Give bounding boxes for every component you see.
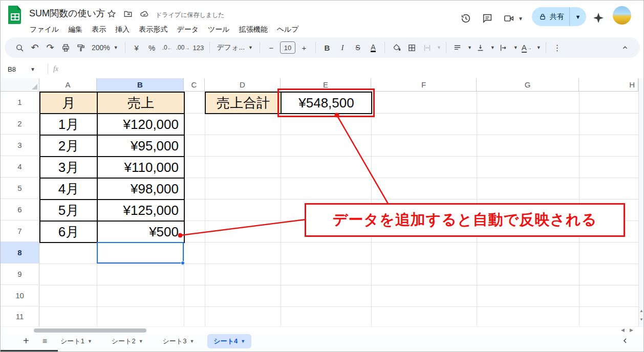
scroll-up-icon[interactable]: ▲ [639, 309, 643, 313]
text-color-button[interactable]: A [367, 41, 380, 54]
cell-A3[interactable]: 2月 [39, 135, 98, 157]
meet-video-icon[interactable] [503, 13, 514, 24]
share-button-main[interactable]: 共有 [532, 7, 570, 26]
menu-edit[interactable]: 編集 [63, 24, 87, 36]
menu-insert[interactable]: 挿入 [111, 24, 134, 36]
row-header-8[interactable]: 8 [1, 242, 39, 263]
scroll-down-icon[interactable]: ▼ [639, 317, 643, 322]
row-header-11[interactable]: 11 [1, 306, 39, 326]
search-icon[interactable] [13, 41, 26, 54]
name-box-caret-icon[interactable]: ▼ [30, 67, 35, 72]
cell-A1[interactable]: 月 [39, 92, 98, 114]
add-sheet-icon[interactable]: + [23, 335, 29, 347]
cell-D1[interactable]: 売上合計 [205, 92, 282, 114]
fill-handle[interactable] [181, 261, 185, 265]
vertical-scrollbar[interactable] [638, 78, 644, 326]
menu-data[interactable]: データ [172, 24, 203, 36]
fill-color-icon[interactable] [390, 41, 403, 54]
cell-B6[interactable]: ¥125,000 [97, 199, 185, 222]
scroll-left-icon[interactable]: ◀ [621, 327, 625, 333]
zoom-control[interactable]: 200% ▼ [90, 43, 120, 52]
menu-help[interactable]: ヘルプ [272, 24, 304, 36]
horizontal-align-icon[interactable] [451, 41, 464, 54]
col-header-B[interactable]: B [97, 78, 184, 92]
paint-format-icon[interactable] [74, 41, 88, 54]
number-format-button[interactable]: 123 [191, 41, 205, 54]
vertical-align-caret-icon[interactable]: ▼ [490, 45, 495, 50]
row-header-2[interactable]: 2 [1, 113, 39, 135]
cell-B1[interactable]: 売上 [97, 92, 185, 114]
increase-font-size-button[interactable]: + [297, 41, 311, 54]
col-header-C[interactable]: C [184, 78, 205, 92]
version-history-icon[interactable] [460, 13, 471, 24]
tab-sheet1[interactable]: シート1 ▼ [54, 334, 98, 348]
move-folder-icon[interactable] [123, 9, 133, 18]
undo-icon[interactable]: ↶ [28, 41, 41, 54]
text-rotation-caret-icon[interactable]: ▼ [536, 45, 541, 50]
menu-view[interactable]: 表示 [87, 24, 111, 36]
horizontal-scrollbar[interactable] [34, 328, 146, 333]
cell-B5[interactable]: ¥98,000 [97, 178, 185, 200]
col-header-H[interactable]: H [579, 78, 638, 92]
print-icon[interactable] [59, 41, 72, 54]
cell-A4[interactable]: 3月 [39, 156, 98, 179]
share-dropdown-caret[interactable]: ▼ [570, 14, 586, 20]
redo-icon[interactable]: ↷ [44, 41, 57, 54]
all-sheets-menu-icon[interactable]: ≡ [42, 337, 47, 346]
increase-decimal-button[interactable]: .00→ [176, 41, 190, 54]
menu-tools[interactable]: ツール [203, 24, 234, 36]
font-family-control[interactable]: デフォ... ▼ [214, 43, 255, 52]
select-all-corner[interactable] [1, 78, 39, 92]
col-header-G[interactable]: G [477, 78, 579, 92]
menu-format[interactable]: 表示形式 [134, 24, 172, 36]
comments-icon[interactable] [482, 13, 493, 24]
document-title[interactable]: SUM関数の使い方 [29, 7, 105, 19]
borders-icon[interactable] [405, 41, 418, 54]
row-header-1[interactable]: 1 [1, 92, 39, 113]
font-size-input[interactable]: 10 [280, 41, 295, 54]
account-avatar[interactable] [613, 6, 631, 25]
text-rotation-icon[interactable]: A→ [520, 41, 533, 54]
menu-extensions[interactable]: 拡張機能 [234, 24, 272, 36]
scroll-right-icon[interactable]: ▶ [630, 327, 633, 333]
collapse-panel-icon[interactable] [621, 337, 629, 345]
row-header-5[interactable]: 5 [1, 178, 39, 199]
row-header-3[interactable]: 3 [1, 135, 39, 156]
text-wrap-caret-icon[interactable]: ▼ [513, 45, 518, 50]
cell-A6[interactable]: 5月 [39, 199, 98, 222]
cloud-saved-icon[interactable] [140, 9, 149, 18]
menu-file[interactable]: ファイル [25, 24, 63, 36]
gemini-sparkle-icon[interactable] [592, 12, 604, 23]
percent-format-button[interactable]: % [145, 41, 159, 54]
cell-A7[interactable]: 6月 [39, 221, 98, 243]
decrease-decimal-button[interactable]: .0← [161, 41, 174, 54]
tab-sheet2[interactable]: シート2 ▼ [105, 334, 149, 348]
merge-cells-icon[interactable] [420, 41, 434, 54]
more-options-icon[interactable]: ⋮ [551, 41, 564, 54]
tab-sheet4-active[interactable]: シート4 ▼ [207, 334, 251, 348]
vertical-align-icon[interactable] [474, 41, 487, 54]
selected-cell-B8[interactable] [97, 242, 184, 263]
cell-B4[interactable]: ¥110,000 [97, 156, 185, 179]
row-header-6[interactable]: 6 [1, 199, 39, 221]
col-header-F[interactable]: F [371, 78, 477, 92]
horizontal-align-caret-icon[interactable]: ▼ [467, 45, 472, 50]
strikethrough-button[interactable]: S [351, 41, 364, 54]
collapse-toolbar-icon[interactable] [618, 41, 632, 54]
share-button[interactable]: 共有 ▼ [532, 7, 586, 26]
meet-dropdown-caret[interactable]: ▼ [518, 16, 523, 21]
text-wrap-icon[interactable] [497, 41, 510, 54]
row-header-9[interactable]: 9 [1, 263, 39, 285]
col-header-A[interactable]: A [39, 78, 97, 92]
italic-button[interactable]: I [336, 41, 349, 54]
star-icon[interactable] [107, 9, 116, 18]
cell-A5[interactable]: 4月 [39, 178, 98, 200]
cell-B2[interactable]: ¥120,000 [97, 113, 185, 136]
cell-B3[interactable]: ¥95,000 [97, 135, 185, 157]
decrease-font-size-button[interactable]: − [265, 41, 278, 54]
col-header-D[interactable]: D [205, 78, 281, 92]
row-header-4[interactable]: 4 [1, 156, 39, 178]
cell-B7[interactable]: ¥500 [97, 221, 185, 243]
currency-format-button[interactable]: ¥ [130, 41, 143, 54]
cell-A2[interactable]: 1月 [39, 113, 98, 136]
